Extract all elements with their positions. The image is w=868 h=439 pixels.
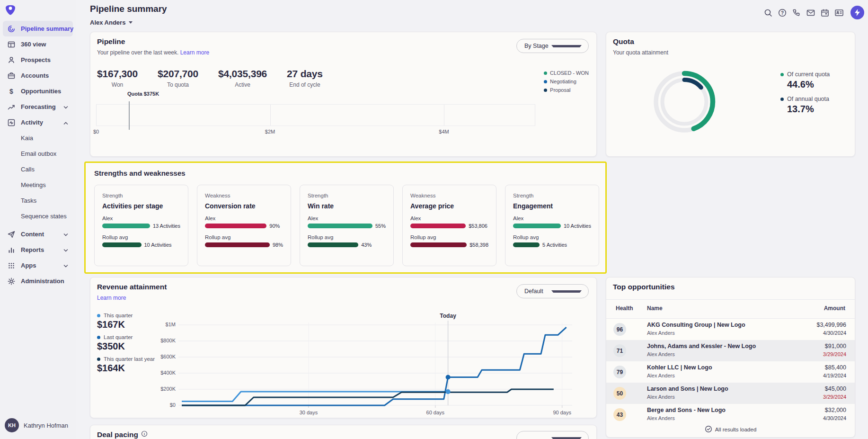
info-icon[interactable]: i bbox=[141, 430, 148, 439]
sidebar-item-sequence-states[interactable]: Sequence states bbox=[3, 208, 73, 224]
health-badge: 71 bbox=[613, 344, 626, 357]
bar-value: 13 Activities bbox=[153, 223, 180, 229]
search-icon[interactable] bbox=[763, 8, 773, 18]
column-header-amount[interactable]: Amount bbox=[824, 305, 845, 312]
opportunity-date: 3/29/2024 bbox=[823, 351, 846, 357]
strength-card-win-rate[interactable]: Strength Win rate Alex 55% Rollup avg 43… bbox=[300, 185, 394, 266]
deal-pacing-title: Deal pacing i bbox=[97, 430, 148, 439]
weakness-card-conversion-rate[interactable]: Weakness Conversion rate Alex 90% Rollup… bbox=[197, 185, 291, 266]
sidebar-item-kaia[interactable]: Kaia bbox=[3, 130, 73, 146]
stage-dropdown[interactable]: By Stage bbox=[516, 39, 589, 53]
x-axis-tick: 60 days bbox=[426, 410, 445, 415]
table-row[interactable]: 43 Berge and Sons - New Logo Alex Anders… bbox=[606, 404, 855, 425]
contact-card-icon[interactable] bbox=[834, 8, 844, 18]
mail-icon[interactable] bbox=[806, 8, 815, 18]
pipeline-metrics: $167,300Won $207,700To quota $4,035,396A… bbox=[97, 68, 323, 88]
legend-item: Negotiating bbox=[544, 79, 589, 84]
sidebar-item-meetings[interactable]: Meetings bbox=[3, 177, 73, 193]
user-avatar-lightning[interactable] bbox=[850, 6, 864, 19]
opportunity-date: 4/30/2024 bbox=[823, 415, 846, 421]
sidebar-item-forecasting[interactable]: Forecasting bbox=[3, 99, 73, 115]
sidebar-item-pipeline-summary[interactable]: Pipeline summary bbox=[3, 21, 73, 36]
sidebar-item-calls[interactable]: Calls bbox=[3, 161, 73, 177]
bar-label: Rollup avg bbox=[205, 234, 283, 240]
apps-grid-icon bbox=[7, 261, 16, 270]
bar-label: Rollup avg bbox=[102, 234, 180, 240]
briefcase-icon bbox=[7, 72, 16, 80]
phone-icon[interactable] bbox=[791, 8, 801, 18]
column-header-health[interactable]: Health bbox=[616, 305, 633, 312]
table-row[interactable]: 71 Johns, Adams and Kessler - New Logo A… bbox=[606, 340, 855, 361]
today-marker-label: Today bbox=[440, 313, 456, 319]
table-row[interactable]: 50 Larson and Sons | New Logo Alex Ander… bbox=[606, 383, 855, 404]
legend-dot bbox=[97, 336, 100, 339]
deal-pacing-card: Deal pacing i bbox=[90, 425, 597, 439]
svg-text:i: i bbox=[144, 432, 145, 436]
opportunity-date: 4/30/2024 bbox=[823, 330, 846, 336]
opportunity-owner: Alex Anders bbox=[647, 351, 675, 357]
legend-item: Of current quota bbox=[780, 71, 830, 78]
axis-tick: $2M bbox=[265, 129, 275, 134]
table-row[interactable]: 79 Kohler LLC | New Logo Alex Anders $85… bbox=[606, 361, 855, 383]
revenue-learn-more-link[interactable]: Learn more bbox=[97, 295, 126, 301]
sidebar-item-opportunities[interactable]: $ Opportunities bbox=[3, 83, 73, 99]
deal-pacing-dropdown[interactable] bbox=[516, 431, 589, 439]
sidebar-item-administration[interactable]: Administration bbox=[3, 273, 73, 289]
pipeline-summary-icon bbox=[7, 25, 16, 33]
sidebar-item-360-view[interactable]: 360 view bbox=[3, 36, 73, 52]
rollup-bar bbox=[205, 242, 270, 247]
sidebar-item-email-outbox[interactable]: Email outbox bbox=[3, 146, 73, 161]
sidebar-item-label: Accounts bbox=[21, 72, 49, 79]
rollup-bar bbox=[410, 242, 467, 247]
legend-dot bbox=[544, 72, 547, 75]
sidebar-item-activity[interactable]: Activity bbox=[3, 115, 73, 130]
pipeline-learn-more-link[interactable]: Learn more bbox=[180, 49, 209, 56]
metric-won: $167,300Won bbox=[97, 68, 138, 88]
opportunity-amount: $45,000 bbox=[825, 385, 846, 392]
bar-chart-icon bbox=[7, 246, 16, 254]
card-title: Conversion rate bbox=[205, 202, 283, 210]
rollup-bar bbox=[513, 242, 540, 247]
check-circle-icon bbox=[705, 425, 712, 434]
strength-card-engagement[interactable]: Strength Engagement Alex 10 Activities R… bbox=[505, 185, 599, 266]
sidebar-item-label: Prospects bbox=[21, 56, 51, 63]
pipeline-stacked-bar-chart: Quota $375K bbox=[96, 104, 535, 126]
help-icon[interactable]: ? bbox=[777, 8, 787, 18]
opportunity-name: Kohler LLC | New Logo bbox=[647, 364, 712, 371]
top-opportunities-title: Top opportunities bbox=[613, 283, 675, 291]
legend-item: This quarter bbox=[97, 313, 155, 318]
bar-label: Rollup avg bbox=[513, 234, 591, 240]
svg-text:$: $ bbox=[9, 87, 13, 95]
revenue-attainment-card: Revenue attainment Learn more Default Th… bbox=[90, 277, 597, 418]
calendar-icon[interactable] bbox=[820, 8, 830, 18]
forecast-chart-icon bbox=[7, 103, 16, 111]
sidebar-item-content[interactable]: Content bbox=[3, 226, 73, 242]
sidebar-item-accounts[interactable]: Accounts bbox=[3, 68, 73, 83]
opportunity-name: Johns, Adams and Kessler - New Logo bbox=[647, 343, 756, 349]
user-filter-dropdown[interactable]: Alex Anders bbox=[90, 19, 133, 26]
revenue-dropdown[interactable]: Default bbox=[516, 284, 589, 298]
table-row[interactable]: 96 AKG Consulting Group | New Logo Alex … bbox=[606, 319, 855, 340]
bar-value: 10 Activities bbox=[564, 223, 591, 229]
sidebar-item-tasks[interactable]: Tasks bbox=[3, 193, 73, 208]
strength-card-activities-per-stage[interactable]: Strength Activities per stage Alex 13 Ac… bbox=[94, 185, 188, 266]
svg-text:?: ? bbox=[780, 10, 783, 15]
sidebar-user[interactable]: KH Kathryn Hofman bbox=[5, 418, 68, 432]
sidebar: Pipeline summary 360 view Prospects Acco… bbox=[0, 0, 76, 439]
chevron-down-icon bbox=[551, 290, 582, 293]
bar-value: 90% bbox=[269, 223, 280, 229]
card-tag: Strength bbox=[308, 193, 386, 198]
sidebar-item-apps[interactable]: Apps bbox=[3, 258, 73, 273]
sidebar-item-reports[interactable]: Reports bbox=[3, 242, 73, 258]
bar-label: Rollup avg bbox=[308, 234, 386, 240]
chevron-down-icon bbox=[63, 103, 68, 110]
column-header-name[interactable]: Name bbox=[647, 305, 663, 312]
chevron-down-icon bbox=[63, 246, 68, 253]
sidebar-item-prospects[interactable]: Prospects bbox=[3, 52, 73, 68]
app-logo-icon[interactable] bbox=[4, 4, 17, 16]
weakness-card-average-price[interactable]: Weakness Average price Alex $53,806 Roll… bbox=[402, 185, 496, 266]
opportunity-name: Larson and Sons | New Logo bbox=[647, 385, 728, 392]
bar-label: Rollup avg bbox=[410, 234, 488, 240]
opportunity-owner: Alex Anders bbox=[647, 373, 675, 378]
quota-marker-label: Quota $375K bbox=[127, 91, 159, 97]
